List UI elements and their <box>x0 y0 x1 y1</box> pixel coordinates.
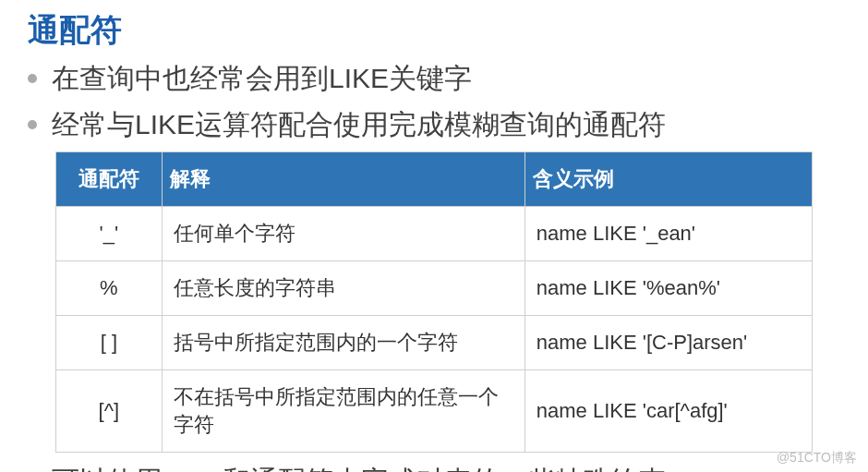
cell-wildcard: % <box>56 261 163 316</box>
bullet-text: 在查询中也经常会用到LIKE关键字 <box>52 59 472 98</box>
bullet-item: 可以使用LIKE和通配符来完成对表的一些特殊约束 <box>28 462 840 472</box>
table-header-row: 通配符 解释 含义示例 <box>56 152 813 207</box>
header-example: 含义示例 <box>524 152 812 207</box>
cell-wildcard: '_' <box>56 207 163 261</box>
cell-explanation: 不在括号中所指定范围内的任意一个字符 <box>162 370 524 453</box>
cell-wildcard: [ ] <box>56 316 163 370</box>
bullet-icon <box>28 74 37 83</box>
table-row: '_' 任何单个字符 name LIKE '_ean' <box>56 207 813 261</box>
cell-explanation: 任何单个字符 <box>162 207 524 261</box>
header-wildcard: 通配符 <box>56 152 163 207</box>
cell-example: name LIKE '%ean%' <box>524 261 812 316</box>
bullet-text: 经常与LIKE运算符配合使用完成模糊查询的通配符 <box>52 105 666 144</box>
bullet-item: 在查询中也经常会用到LIKE关键字 <box>28 59 840 98</box>
bullet-item: 经常与LIKE运算符配合使用完成模糊查询的通配符 <box>28 105 840 144</box>
table-row: [^] 不在括号中所指定范围内的任意一个字符 name LIKE 'car[^a… <box>56 370 813 453</box>
table-row: % 任意长度的字符串 name LIKE '%ean%' <box>56 261 813 316</box>
cell-explanation: 括号中所指定范围内的一个字符 <box>162 316 524 370</box>
cell-example: name LIKE 'car[^afg]' <box>524 370 812 453</box>
wildcard-table: 通配符 解释 含义示例 '_' 任何单个字符 name LIKE '_ean' … <box>55 151 813 453</box>
table-row: [ ] 括号中所指定范围内的一个字符 name LIKE '[C-P]arsen… <box>56 316 813 370</box>
cell-example: name LIKE '[C-P]arsen' <box>524 316 812 370</box>
header-explanation: 解释 <box>162 152 524 207</box>
slide-title: 通配符 <box>28 9 840 52</box>
cell-example: name LIKE '_ean' <box>524 207 812 261</box>
wildcard-table-container: 通配符 解释 含义示例 '_' 任何单个字符 name LIKE '_ean' … <box>28 151 840 453</box>
bullet-text: 可以使用LIKE和通配符来完成对表的一些特殊约束 <box>52 462 666 472</box>
watermark: @51CTO博客 <box>777 450 857 466</box>
cell-wildcard: [^] <box>56 370 163 453</box>
bullet-icon <box>28 120 37 129</box>
cell-explanation: 任意长度的字符串 <box>162 261 524 316</box>
